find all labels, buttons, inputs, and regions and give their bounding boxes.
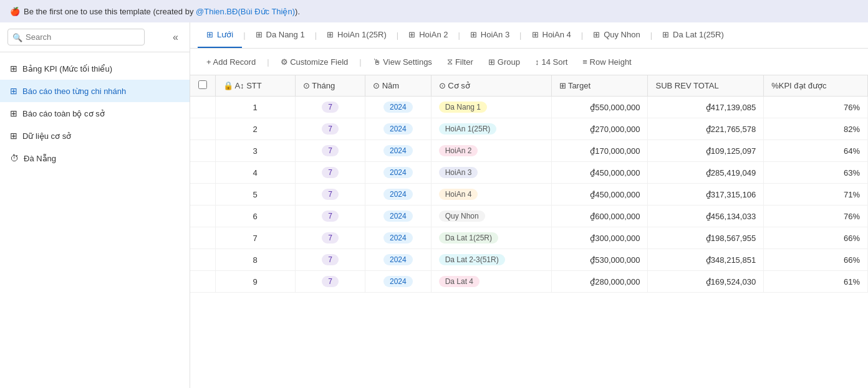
cell-thang: 7 — [295, 206, 365, 227]
cell-checkbox — [190, 249, 215, 271]
cell-nam: 2024 — [365, 227, 432, 249]
cell-target: ₫450,000,000 — [551, 162, 648, 184]
data-table: 🔒 A↕ STT ⊙ Tháng ⊙ Năm ⊙ Cơ sở ⊞ Target … — [190, 75, 868, 293]
banner-link[interactable]: @Thien.BĐ(Bùi Đức Thiện) — [196, 7, 295, 16]
cell-co-so: Da Lat 4 — [431, 271, 551, 293]
tab-icon-hoian-2: ⊞ — [408, 30, 415, 39]
nav-label-da-nang: Đà Nẵng — [24, 154, 56, 163]
nav-label-bao-cao-toan-bo: Báo cáo toàn bộ cơ sở — [22, 109, 105, 118]
cell-thang: 7 — [295, 227, 365, 249]
cell-thang: 7 — [295, 162, 365, 184]
tab-icon-luoi: ⊞ — [206, 30, 213, 39]
sidebar-item-bao-cao-toan-bo[interactable]: ⊞Báo cáo toàn bộ cơ sở — [0, 102, 190, 125]
col-thang: ⊙ Tháng — [295, 75, 365, 97]
cell-stt: 7 — [215, 227, 295, 249]
cell-checkbox — [190, 118, 215, 140]
cell-nam: 2024 — [365, 184, 432, 206]
sidebar-item-bang-kpi[interactable]: ⊞Bảng KPI (Mức tối thiểu) — [0, 57, 190, 80]
cell-checkbox — [190, 97, 215, 118]
cell-kpi: 66% — [764, 227, 868, 249]
table-row: 9 7 2024 Da Lat 4 ₫280,000,000 ₫169,524,… — [190, 271, 868, 293]
tab-icon-hoian-1-25r: ⊞ — [327, 30, 334, 39]
view-settings-button[interactable]: 🖱 View Settings — [367, 54, 438, 70]
tab-luoi[interactable]: ⊞Lưới — [198, 22, 242, 48]
cell-nam: 2024 — [365, 162, 432, 184]
tab-icon-hoian-3: ⊞ — [470, 30, 477, 39]
tabs-bar: ⊞Lưới|⊞Da Nang 1|⊞HoiAn 1(25R)|⊞HoiAn 2|… — [190, 22, 868, 49]
col-stt: 🔒 A↕ STT — [215, 75, 295, 97]
tab-da-nang-1[interactable]: ⊞Da Nang 1 — [247, 22, 314, 48]
add-record-button[interactable]: + Add Record — [200, 54, 262, 70]
nav-icon-du-lieu-co-so: ⊞ — [10, 131, 17, 141]
cell-stt: 8 — [215, 249, 295, 271]
tab-icon-da-nang-1: ⊞ — [256, 30, 263, 39]
sidebar-item-bao-cao-tung[interactable]: ⊞Báo cáo theo từng chi nhánh — [0, 80, 190, 102]
cell-nam: 2024 — [365, 271, 432, 293]
cell-sub-rev: ₫417,139,085 — [648, 97, 764, 118]
cell-co-so: Quy Nhon — [431, 206, 551, 227]
cell-thang: 7 — [295, 184, 365, 206]
tab-icon-quy-nhon: ⊞ — [593, 30, 600, 39]
collapse-button[interactable]: « — [169, 31, 182, 44]
row-height-button[interactable]: ≡ Row Height — [576, 54, 637, 70]
filter-icon: ⧖ — [447, 57, 453, 67]
tab-hoian-2[interactable]: ⊞HoiAn 2 — [400, 22, 456, 48]
cell-stt: 9 — [215, 271, 295, 293]
cell-co-so: Da Lat 2-3(51R) — [431, 249, 551, 271]
table-wrap: 🔒 A↕ STT ⊙ Tháng ⊙ Năm ⊙ Cơ sở ⊞ Target … — [190, 75, 868, 388]
group-button[interactable]: ⊞ Group — [482, 54, 526, 70]
tab-hoian-1-25r[interactable]: ⊞HoiAn 1(25R) — [318, 22, 395, 48]
cell-stt: 5 — [215, 184, 295, 206]
cell-sub-rev: ₫221,765,578 — [648, 118, 764, 140]
cell-nam: 2024 — [365, 118, 432, 140]
col-nam: ⊙ Năm — [365, 75, 432, 97]
tab-icon-hoian-4: ⊞ — [532, 30, 539, 39]
cell-stt: 1 — [215, 97, 295, 118]
cell-target: ₫450,000,000 — [551, 184, 648, 206]
cell-thang: 7 — [295, 271, 365, 293]
cell-sub-rev: ₫109,125,097 — [648, 140, 764, 162]
search-wrap: 🔍 — [7, 29, 164, 45]
tab-da-lat-1-25r[interactable]: ⊞Da Lat 1(25R) — [653, 22, 733, 48]
main-layout: 🔍 « ⊞Bảng KPI (Mức tối thiểu)⊞Báo cáo th… — [0, 22, 868, 388]
sort-button[interactable]: ↕ 14 Sort — [529, 54, 574, 70]
cell-target: ₫300,000,000 — [551, 227, 648, 249]
col-sub-rev: SUB REV TOTAL — [648, 75, 764, 97]
tab-hoian-3[interactable]: ⊞HoiAn 3 — [461, 22, 518, 48]
cell-co-so: HoiAn 3 — [431, 162, 551, 184]
table-row: 3 7 2024 HoiAn 2 ₫170,000,000 ₫109,125,0… — [190, 140, 868, 162]
cell-sub-rev: ₫456,134,033 — [648, 206, 764, 227]
cell-nam: 2024 — [365, 97, 432, 118]
cell-stt: 6 — [215, 206, 295, 227]
cell-nam: 2024 — [365, 249, 432, 271]
tab-hoian-4[interactable]: ⊞HoiAn 4 — [523, 22, 580, 48]
cell-checkbox — [190, 162, 215, 184]
table-row: 1 7 2024 Da Nang 1 ₫550,000,000 ₫417,139… — [190, 97, 868, 118]
cell-target: ₫170,000,000 — [551, 140, 648, 162]
filter-button[interactable]: ⧖ Filter — [441, 54, 480, 70]
table-row: 7 7 2024 Da Lat 1(25R) ₫300,000,000 ₫198… — [190, 227, 868, 249]
cell-stt: 2 — [215, 118, 295, 140]
cell-nam: 2024 — [365, 140, 432, 162]
search-icon: 🔍 — [12, 32, 22, 42]
cell-co-so: Da Nang 1 — [431, 97, 551, 118]
search-bar: 🔍 « — [0, 22, 190, 52]
banner-text: Be the first one to use this template (c… — [24, 7, 300, 16]
tab-quy-nhon[interactable]: ⊞Quy Nhon — [584, 22, 649, 48]
sidebar-item-da-nang[interactable]: ⏱Đà Nẵng — [0, 147, 190, 169]
cell-co-so: HoiAn 2 — [431, 140, 551, 162]
cell-kpi: 71% — [764, 184, 868, 206]
cell-kpi: 64% — [764, 140, 868, 162]
select-all-checkbox[interactable] — [198, 80, 207, 89]
sort-icon: ↕ — [535, 57, 539, 67]
search-input[interactable] — [7, 29, 145, 45]
cell-kpi: 63% — [764, 162, 868, 184]
nav-items: ⊞Bảng KPI (Mức tối thiểu)⊞Báo cáo theo t… — [0, 52, 190, 174]
sidebar-item-du-lieu-co-so[interactable]: ⊞Dữ liệu cơ sở — [0, 125, 190, 147]
nav-icon-da-nang: ⏱ — [10, 153, 19, 163]
cell-sub-rev: ₫285,419,049 — [648, 162, 764, 184]
top-banner: 🍎 Be the first one to use this template … — [0, 0, 868, 22]
customize-field-button[interactable]: ⚙ Customize Field — [274, 54, 355, 70]
sidebar: 🔍 « ⊞Bảng KPI (Mức tối thiểu)⊞Báo cáo th… — [0, 22, 190, 388]
nav-label-bao-cao-tung: Báo cáo theo từng chi nhánh — [22, 87, 126, 96]
